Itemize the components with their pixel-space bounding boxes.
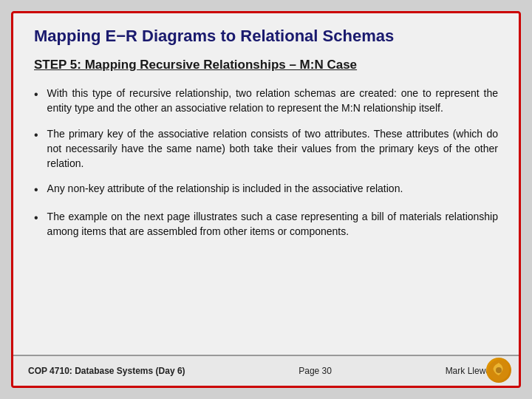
step-heading: STEP 5: Mapping Recursive Relationships … <box>34 58 498 72</box>
footer-logo <box>486 358 511 383</box>
bullet-text-1: With this type of recursive relationship… <box>47 86 498 116</box>
footer-left: COP 4710: Database Systems (Day 6) <box>28 366 185 376</box>
svg-point-1 <box>496 367 502 373</box>
bullet-dot: • <box>34 210 38 226</box>
slide-title: Mapping E−R Diagrams to Relational Schem… <box>34 27 498 46</box>
bullet-dot: • <box>34 86 38 103</box>
slide: Mapping E−R Diagrams to Relational Schem… <box>11 11 521 388</box>
footer-center: Page 30 <box>299 366 332 376</box>
bullet-item: •Any non-key attribute of the relationsh… <box>34 181 498 198</box>
bullet-item: •The primary key of the associative rela… <box>34 126 498 171</box>
bullet-text-3: Any non-key attribute of the relationshi… <box>47 181 403 196</box>
slide-content: Mapping E−R Diagrams to Relational Schem… <box>13 13 519 355</box>
slide-footer: COP 4710: Database Systems (Day 6) Page … <box>13 355 519 386</box>
bullet-dot: • <box>34 127 38 143</box>
bullets-container: •With this type of recursive relationshi… <box>34 86 498 347</box>
bullet-text-4: The example on the next page illustrates… <box>47 209 498 239</box>
bullet-item: •The example on the next page illustrate… <box>34 209 498 239</box>
bullet-text-2: The primary key of the associative relat… <box>47 126 498 171</box>
logo-icon <box>486 358 511 383</box>
bullet-dot: • <box>34 182 38 198</box>
bullet-item: •With this type of recursive relationshi… <box>34 86 498 116</box>
